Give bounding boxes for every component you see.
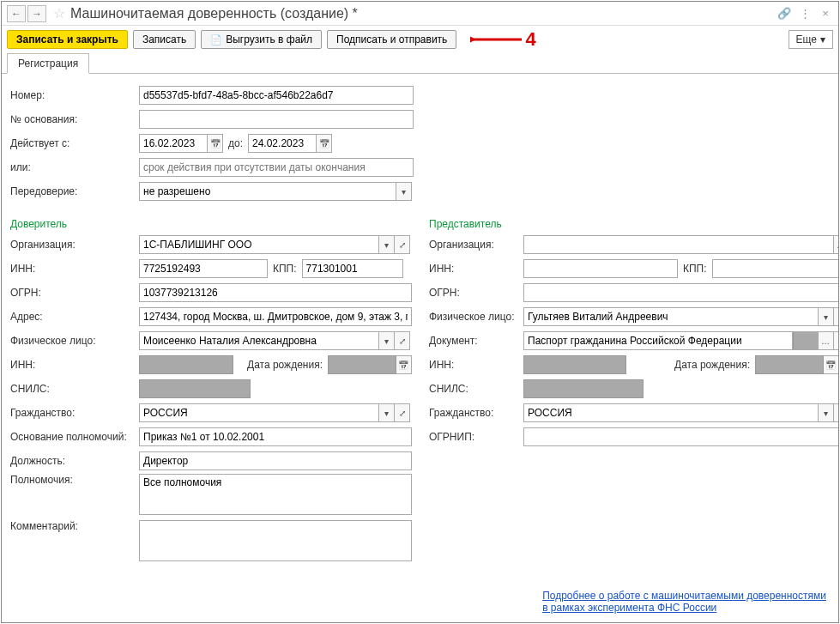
- label-ogrn: ОГРН:: [10, 287, 139, 299]
- dots-icon[interactable]: [834, 235, 838, 254]
- chevron-down-icon[interactable]: [379, 235, 395, 254]
- principal-org-input[interactable]: [139, 235, 379, 254]
- date-from-input[interactable]: [139, 134, 208, 153]
- tab-registration[interactable]: Регистрация: [7, 53, 89, 74]
- section-principal: Доверитель: [10, 218, 412, 230]
- window-title: Машиночитаемая доверенность (создание) *: [70, 6, 771, 21]
- label-r-inn: ИНН:: [429, 263, 523, 275]
- basis-no-input[interactable]: [139, 110, 414, 129]
- rep-ogrn-input[interactable]: [523, 283, 838, 302]
- term-input[interactable]: [139, 158, 414, 177]
- principal-kpp-input[interactable]: [302, 259, 403, 278]
- powers-textarea[interactable]: [139, 474, 412, 515]
- link-icon[interactable]: 🔗: [777, 7, 792, 20]
- rep-dob-input[interactable]: [755, 355, 824, 374]
- help-link-line2[interactable]: в рамках эксперимента ФНС России: [542, 602, 716, 614]
- label-or: или:: [10, 161, 139, 173]
- principal-inn-input[interactable]: [139, 259, 268, 278]
- rep-person-input[interactable]: [523, 307, 819, 326]
- label-r-kpp: КПП:: [678, 263, 712, 275]
- label-r-citizenship: Гражданство:: [429, 407, 523, 419]
- help-icon[interactable]: ⋮: [797, 7, 813, 20]
- help-link-line1[interactable]: Подробнее о работе с машиночитаемыми дов…: [542, 590, 826, 602]
- save-button[interactable]: Записать: [133, 30, 196, 49]
- principal-person-input[interactable]: [139, 331, 379, 350]
- rep-org-input[interactable]: [523, 235, 834, 254]
- principal-ogrn-input[interactable]: [139, 283, 412, 302]
- principal-address-input[interactable]: [139, 307, 412, 326]
- label-valid-from: Действует с:: [10, 137, 139, 149]
- help-links: Подробнее о работе с машиночитаемыми дов…: [542, 590, 826, 614]
- label-citizenship: Гражданство:: [10, 407, 139, 419]
- label-address: Адрес:: [10, 311, 139, 323]
- rep-doc-input[interactable]: [523, 331, 793, 350]
- label-comment: Комментарий:: [10, 520, 139, 532]
- principal-snils-input[interactable]: [139, 379, 251, 398]
- label-position: Должность:: [10, 455, 139, 467]
- label-org: Организация:: [10, 239, 139, 251]
- rep-ogrnip-input[interactable]: [523, 427, 838, 446]
- position-input[interactable]: [139, 451, 412, 470]
- annotation-arrow: [470, 39, 522, 40]
- comment-textarea[interactable]: [139, 520, 412, 561]
- calendar-icon[interactable]: [317, 134, 332, 153]
- open-icon[interactable]: [395, 331, 410, 350]
- label-redelegation: Передоверие:: [10, 185, 139, 197]
- save-and-close-button[interactable]: Записать и закрыть: [7, 30, 128, 49]
- label-r-ogrnip: ОГРНИП:: [429, 431, 523, 443]
- open-icon[interactable]: [834, 403, 838, 422]
- rep-citizenship-input[interactable]: [523, 403, 819, 422]
- label-inn2: ИНН:: [10, 359, 139, 371]
- date-to-input[interactable]: [248, 134, 317, 153]
- rep-snils-input[interactable]: [523, 379, 644, 398]
- label-basis: Основание полномочий:: [10, 431, 139, 443]
- chevron-down-icon[interactable]: [379, 403, 395, 422]
- label-r-doc: Документ:: [429, 335, 523, 347]
- more-label: Еще: [796, 33, 817, 45]
- label-dob: Дата рождения:: [242, 359, 328, 371]
- label-r-org: Организация:: [429, 239, 523, 251]
- sign-and-send-button[interactable]: Подписать и отправить: [327, 30, 456, 49]
- number-input[interactable]: [139, 86, 414, 105]
- label-snils: СНИЛС:: [10, 383, 139, 395]
- principal-inn2-input[interactable]: [139, 355, 233, 374]
- export-to-file-button[interactable]: 📄 Выгрузить в файл: [201, 30, 322, 49]
- nav-back-button[interactable]: ←: [7, 5, 26, 22]
- redelegation-select[interactable]: [139, 182, 396, 201]
- chevron-down-icon[interactable]: [819, 307, 834, 326]
- rep-kpp-input[interactable]: [712, 259, 838, 278]
- open-icon[interactable]: [395, 403, 410, 422]
- annotation-number: 4: [525, 28, 535, 51]
- export-icon: 📄: [210, 34, 222, 45]
- calendar-icon[interactable]: [824, 355, 838, 374]
- chevron-down-icon[interactable]: [379, 331, 395, 350]
- label-kpp: КПП:: [268, 263, 302, 275]
- open-icon[interactable]: [395, 235, 410, 254]
- principal-citizenship-input[interactable]: [139, 403, 379, 422]
- label-inn: ИНН:: [10, 263, 139, 275]
- basis-input[interactable]: [139, 427, 412, 446]
- label-r-inn2: ИНН:: [429, 359, 523, 371]
- section-representative: Представитель: [429, 218, 838, 230]
- clear-icon[interactable]: [834, 331, 838, 350]
- rep-inn-input[interactable]: [523, 259, 678, 278]
- chevron-down-icon[interactable]: [819, 403, 834, 422]
- favorite-star-icon[interactable]: ☆: [53, 5, 65, 21]
- dots-icon[interactable]: [819, 331, 834, 350]
- label-person: Физическое лицо:: [10, 335, 139, 347]
- chevron-down-icon[interactable]: [396, 182, 412, 201]
- nav-forward-button[interactable]: →: [27, 5, 46, 22]
- label-until: до:: [223, 137, 248, 149]
- label-r-ogrn: ОГРН:: [429, 287, 523, 299]
- calendar-icon[interactable]: [396, 355, 412, 374]
- calendar-icon[interactable]: [208, 134, 223, 153]
- principal-dob-input[interactable]: [328, 355, 396, 374]
- more-button[interactable]: Еще ▾: [789, 30, 833, 49]
- doc-redacted: [793, 331, 819, 350]
- export-label: Выгрузить в файл: [226, 33, 312, 45]
- rep-inn2-input[interactable]: [523, 355, 626, 374]
- open-icon[interactable]: [834, 307, 838, 326]
- close-icon[interactable]: ×: [818, 7, 833, 20]
- label-powers: Полномочия:: [10, 474, 139, 486]
- label-basis-no: № основания:: [10, 113, 139, 125]
